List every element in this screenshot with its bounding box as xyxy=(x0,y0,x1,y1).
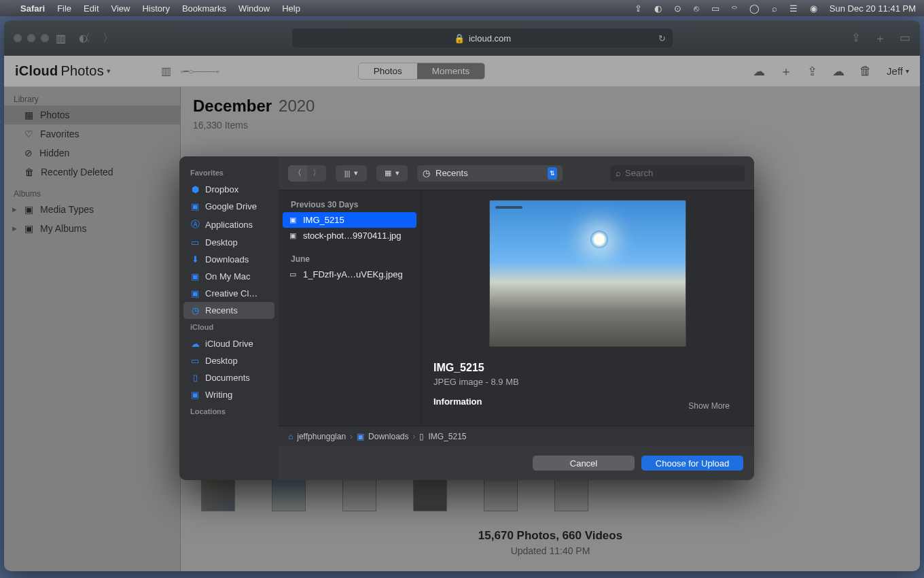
search-input[interactable] xyxy=(625,168,739,178)
sidebar-item-desktop[interactable]: ▭Desktop xyxy=(183,234,274,251)
url-host: icloud.com xyxy=(469,33,511,44)
media-icon[interactable]: ⊙ xyxy=(674,3,681,14)
upload-icon[interactable]: ☁︎ xyxy=(753,64,765,79)
file-row[interactable]: ▭1_FDzfI-yA…uVEKg.jpeg xyxy=(283,267,416,282)
preview-file-meta: JPEG image - 8.9 MB xyxy=(433,377,742,387)
sidebar-item-my-albums[interactable]: ▶▣My Albums xyxy=(4,219,180,238)
status-icon[interactable]: ◐ xyxy=(654,3,662,14)
user-icon[interactable]: ◯ xyxy=(749,3,760,14)
file-list-column: Previous 30 Days ▣IMG_5215 ▣stock-phot…9… xyxy=(279,190,421,426)
sidebar-item-desktop-icloud[interactable]: ▭Desktop xyxy=(183,352,274,369)
url-bar[interactable]: 🔒 icloud.com ↻ xyxy=(292,29,673,48)
view-columns-button[interactable]: |||▾ xyxy=(336,165,367,182)
sidebar-item-applications[interactable]: ⒶApplications xyxy=(183,215,274,234)
reader-icon[interactable]: ◐ xyxy=(79,32,88,44)
folder-icon: ▣ xyxy=(190,201,200,211)
clock-icon: ◷ xyxy=(190,305,200,316)
disclosure-icon[interactable]: ▶ xyxy=(12,225,17,232)
sidebar-item-photos[interactable]: ▦Photos xyxy=(4,105,180,124)
file-row[interactable]: ▣stock-phot…9970411.jpg xyxy=(283,228,416,243)
share-action-icon[interactable]: ⇪ xyxy=(807,64,817,79)
path-crumb[interactable]: ▯IMG_5215 xyxy=(419,432,466,441)
picker-back-button[interactable]: 〈 xyxy=(288,165,307,182)
show-more-link[interactable]: Show More xyxy=(688,401,730,411)
sidebar-item-favorites[interactable]: ♡Favorites xyxy=(4,124,180,143)
live-photo-badge xyxy=(495,206,522,209)
sidebar-toggle-icon[interactable]: ▥ xyxy=(56,32,66,45)
window-traffic-lights[interactable] xyxy=(14,34,49,42)
menubar-app[interactable]: Safari xyxy=(20,3,45,14)
location-popup[interactable]: ◷Recents ⇅ xyxy=(417,165,563,182)
new-tab-icon[interactable]: ＋ xyxy=(874,31,886,46)
menu-help[interactable]: Help xyxy=(282,3,300,14)
path-bar: ⌂jeffphungglan › ▣Downloads › ▯IMG_5215 xyxy=(279,426,754,446)
sidebar-item-google-drive[interactable]: ▣Google Drive xyxy=(183,198,274,215)
computer-icon: ▣ xyxy=(190,271,200,282)
spotlight-icon[interactable]: ⌕ xyxy=(772,3,777,14)
sidebar-item-icloud-drive[interactable]: ☁︎iCloud Drive xyxy=(183,335,274,352)
sidebar-item-recently-deleted[interactable]: 🗑Recently Deleted xyxy=(4,163,180,182)
menu-edit[interactable]: Edit xyxy=(84,3,99,14)
menu-view[interactable]: View xyxy=(111,3,130,14)
sidebar-item-media-types[interactable]: ▶▣Media Types xyxy=(4,200,180,219)
sidebar-item-hidden[interactable]: ⊘Hidden xyxy=(4,143,180,163)
columns-icon: ||| xyxy=(344,169,351,177)
menu-window[interactable]: Window xyxy=(238,3,270,14)
picker-actions: Cancel Choose for Upload xyxy=(279,446,754,480)
menu-history[interactable]: History xyxy=(142,3,169,14)
downloads-icon: ⬇ xyxy=(190,254,200,265)
wifi-icon[interactable]: ⌔ xyxy=(732,3,737,14)
sidebar-item-downloads[interactable]: ⬇Downloads xyxy=(183,251,274,268)
brand-icloud: iCloud xyxy=(15,63,58,79)
preview-column: IMG_5215 JPEG image - 8.9 MB Information… xyxy=(421,190,754,426)
file-row[interactable]: ▣IMG_5215 xyxy=(283,212,416,228)
delete-icon[interactable]: 🗑 xyxy=(859,64,872,78)
choose-for-upload-button[interactable]: Choose for Upload xyxy=(641,456,743,471)
menubar-clock[interactable]: Sun Dec 20 11:41 PM xyxy=(830,3,916,14)
bluetooth-icon[interactable]: ⎋ xyxy=(694,3,699,14)
cancel-button[interactable]: Cancel xyxy=(533,456,635,471)
view-grid-button[interactable]: ▦▾ xyxy=(376,165,408,182)
view-segmented-control[interactable]: Photos Moments xyxy=(358,63,486,80)
reload-icon[interactable]: ↻ xyxy=(658,33,666,44)
picker-search-field[interactable]: ⌕ xyxy=(610,165,745,182)
seg-moments[interactable]: Moments xyxy=(417,63,485,79)
folder-icon: ▣ xyxy=(190,288,200,299)
sidebar-collapse-icon[interactable]: ▥ xyxy=(161,65,171,78)
download-icon[interactable]: ☁︎ xyxy=(832,64,845,79)
forward-button[interactable]: 〉 xyxy=(103,31,113,46)
disclosure-icon[interactable]: ▶ xyxy=(12,206,17,213)
path-crumb[interactable]: ▣Downloads xyxy=(357,432,408,441)
picker-nav-buttons: 〈 〉 xyxy=(288,165,326,182)
dropbox-icon: ⬢ xyxy=(190,184,200,194)
share-icon[interactable]: ⇪ xyxy=(851,31,861,46)
stats-count: 15,670 Photos, 660 Videos xyxy=(181,529,920,543)
sidebar-item-writing[interactable]: ▣Writing xyxy=(183,386,274,403)
home-icon: ⌂ xyxy=(288,432,293,441)
app-title[interactable]: iCloud Photos ▾ xyxy=(15,63,111,79)
sidebar-item-creative-cloud[interactable]: ▣Creative Cl… xyxy=(183,285,274,302)
menu-bookmarks[interactable]: Bookmarks xyxy=(182,3,226,14)
siri-icon[interactable]: ◉ xyxy=(810,3,817,14)
path-label: IMG_5215 xyxy=(428,432,466,441)
picker-forward-button[interactable]: 〉 xyxy=(307,165,326,182)
battery-icon[interactable]: ▭ xyxy=(711,3,719,14)
path-crumb[interactable]: ⌂jeffphungglan xyxy=(288,432,346,441)
add-icon[interactable]: ＋ xyxy=(780,63,792,80)
sidebar-item-label: Creative Cl… xyxy=(205,288,257,299)
month-label: December xyxy=(193,97,272,116)
dropbox-status-icon[interactable]: ⇪ xyxy=(635,3,642,14)
user-menu[interactable]: Jeff▾ xyxy=(887,65,909,77)
zoom-slider[interactable]: ▫━○────▫ xyxy=(181,67,219,76)
seg-photos[interactable]: Photos xyxy=(359,63,417,79)
sidebar-item-dropbox[interactable]: ⬢Dropbox xyxy=(183,181,274,198)
tabs-icon[interactable]: ▭ xyxy=(900,31,910,46)
control-center-icon[interactable]: ☰ xyxy=(789,3,798,14)
sidebar-item-documents[interactable]: ▯Documents xyxy=(183,369,274,386)
sidebar-section-albums: Albums xyxy=(4,182,180,200)
sidebar-item-on-my-mac[interactable]: ▣On My Mac xyxy=(183,268,274,285)
sidebar-section-favorites: Favorites xyxy=(183,165,274,181)
heart-icon: ♡ xyxy=(24,129,33,139)
sidebar-item-recents[interactable]: ◷Recents xyxy=(183,302,274,319)
menu-file[interactable]: File xyxy=(57,3,71,14)
